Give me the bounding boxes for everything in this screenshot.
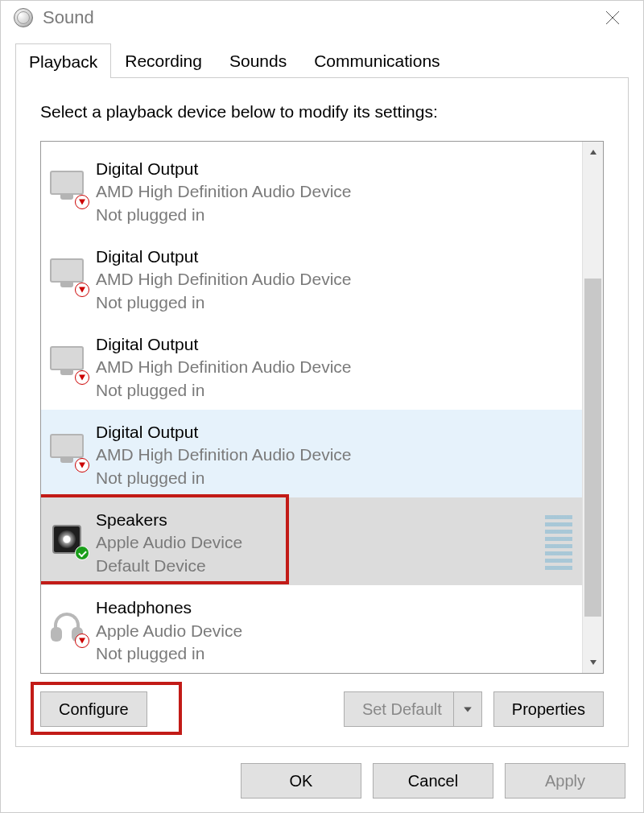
properties-button[interactable]: Properties <box>493 691 604 727</box>
dialog-button-row: OK Cancel Apply <box>1 747 643 813</box>
unplugged-badge-icon <box>75 370 89 385</box>
monitor-icon <box>47 252 86 300</box>
scrollbar[interactable] <box>582 142 603 673</box>
device-description: AMD High Definition Audio Device <box>96 444 351 466</box>
tab-recording[interactable]: Recording <box>111 43 216 77</box>
svg-marker-3 <box>590 660 597 665</box>
device-list-box: Digital OutputAMD High Definition Audio … <box>40 141 604 674</box>
device-item[interactable]: HeadphonesApple Audio DeviceNot plugged … <box>41 585 582 673</box>
unplugged-badge-icon <box>75 283 89 297</box>
device-description: AMD High Definition Audio Device <box>96 180 351 203</box>
configure-button[interactable]: Configure <box>40 691 147 727</box>
speaker-icon <box>47 515 86 563</box>
window-title: Sound <box>43 7 94 28</box>
device-description: AMD High Definition Audio Device <box>96 268 351 291</box>
monitor-icon <box>47 427 86 476</box>
device-item[interactable]: Digital OutputAMD High Definition Audio … <box>41 234 582 322</box>
device-status: Default Device <box>96 555 242 577</box>
tab-playback[interactable]: Playback <box>15 43 111 78</box>
monitor-icon <box>47 340 86 388</box>
action-button-row: Configure Set Default Properties <box>40 691 604 727</box>
ok-button[interactable]: OK <box>241 763 361 799</box>
device-description: Apple Audio Device <box>96 620 242 642</box>
level-meter <box>545 514 572 570</box>
device-item[interactable]: Digital OutputAMD High Definition Audio … <box>41 147 582 234</box>
sound-window: Sound Playback Recording Sounds Communic… <box>0 0 644 813</box>
device-name: Digital Output <box>96 158 351 180</box>
device-name: Speakers <box>96 509 242 531</box>
instruction-text: Select a playback device below to modify… <box>40 102 604 122</box>
tab-sounds[interactable]: Sounds <box>216 43 300 77</box>
close-button[interactable] <box>590 1 635 35</box>
device-status: Not plugged in <box>96 642 242 665</box>
device-name: Digital Output <box>96 333 351 356</box>
cancel-button[interactable]: Cancel <box>373 763 493 799</box>
titlebar: Sound <box>1 1 643 35</box>
apply-button[interactable]: Apply <box>505 763 625 799</box>
device-item[interactable]: SpeakersApple Audio DeviceDefault Device <box>41 497 582 585</box>
headphones-icon <box>47 603 86 651</box>
device-description: AMD High Definition Audio Device <box>96 356 351 378</box>
close-icon <box>605 10 620 25</box>
device-status: Not plugged in <box>96 291 351 314</box>
device-item[interactable]: Digital OutputAMD High Definition Audio … <box>41 410 582 497</box>
scroll-down-button[interactable] <box>583 652 603 673</box>
device-item[interactable]: Digital OutputAMD High Definition Audio … <box>41 322 582 410</box>
scroll-up-button[interactable] <box>583 142 603 163</box>
svg-marker-4 <box>464 708 472 712</box>
device-name: Headphones <box>96 596 242 619</box>
tab-communications[interactable]: Communications <box>300 43 453 77</box>
set-default-button[interactable]: Set Default <box>344 691 453 727</box>
device-status: Not plugged in <box>96 379 351 402</box>
client-area: Playback Recording Sounds Communications… <box>1 35 643 747</box>
chevron-down-icon <box>463 704 473 714</box>
set-default-splitbutton: Set Default <box>344 691 482 727</box>
device-status: Not plugged in <box>96 467 351 489</box>
device-list[interactable]: Digital OutputAMD High Definition Audio … <box>41 142 582 673</box>
check-badge-icon <box>75 546 89 560</box>
tab-bar: Playback Recording Sounds Communications <box>15 43 629 77</box>
device-status: Not plugged in <box>96 204 351 226</box>
unplugged-badge-icon <box>75 458 89 473</box>
set-default-dropdown[interactable] <box>453 691 482 727</box>
unplugged-badge-icon <box>75 633 89 648</box>
scroll-thumb[interactable] <box>584 279 601 617</box>
monitor-icon <box>47 164 86 213</box>
device-name: Digital Output <box>96 246 351 268</box>
tab-panel-playback: Select a playback device below to modify… <box>15 77 629 747</box>
sound-icon <box>14 8 33 27</box>
unplugged-badge-icon <box>75 195 89 209</box>
device-name: Digital Output <box>96 421 351 444</box>
svg-marker-2 <box>590 150 597 155</box>
device-description: Apple Audio Device <box>96 531 242 554</box>
